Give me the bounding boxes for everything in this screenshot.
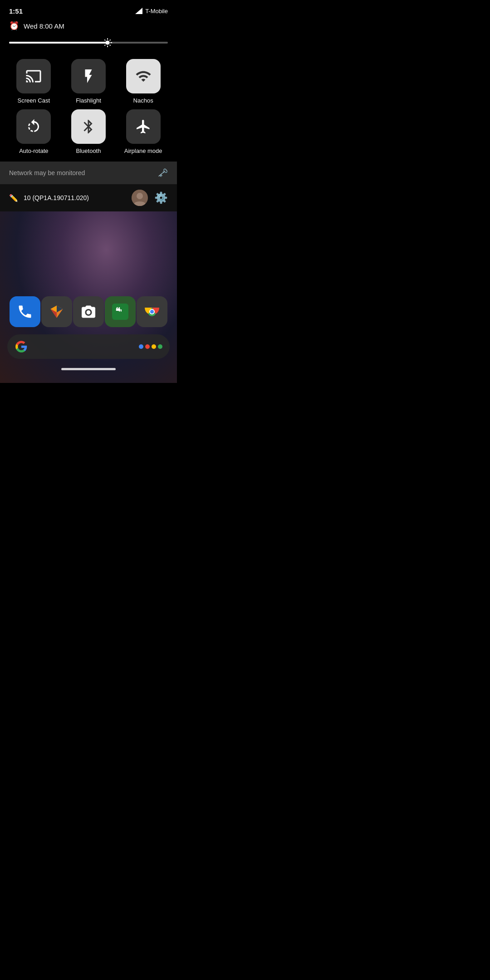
tile-button-nachos[interactable] xyxy=(126,59,161,93)
app-icon-duo[interactable]: " ❝ xyxy=(105,296,136,327)
tile-label-airplane-mode: Airplane mode xyxy=(124,147,162,154)
bottom-bar-actions: ⚙️ xyxy=(132,190,168,206)
settings-icon[interactable]: ⚙️ xyxy=(154,191,168,204)
tile-label-screen-cast: Screen Cast xyxy=(18,97,50,104)
svg-point-13 xyxy=(137,193,143,199)
brightness-row[interactable] xyxy=(0,35,177,55)
bottom-bar: ✏️ 10 (QP1A.190711.020) ⚙️ xyxy=(0,184,177,211)
brightness-track xyxy=(9,42,168,44)
dot-blue xyxy=(139,344,143,349)
app-dock: " ❝ xyxy=(0,296,177,334)
network-monitor-bar[interactable]: Network may be monitored 🗝️ xyxy=(0,162,177,184)
svg-point-10 xyxy=(150,310,154,314)
app-icon-camera[interactable] xyxy=(73,296,104,327)
alarm-time-text: Wed 8:00 AM xyxy=(24,22,64,30)
app-icon-phone[interactable] xyxy=(10,296,40,327)
alarm-icon: ⏰ xyxy=(9,21,19,31)
wifi-icon xyxy=(135,68,152,84)
brightness-slider[interactable] xyxy=(9,37,168,48)
tiles-grid: Screen Cast Flashlight Nachos xyxy=(0,55,177,162)
tile-label-nachos: Nachos xyxy=(133,97,153,104)
tile-button-screen-cast[interactable] xyxy=(16,59,51,93)
brightness-fill xyxy=(9,42,108,44)
brightness-icon xyxy=(103,38,113,48)
signal-icon xyxy=(135,8,142,14)
status-time: 1:51 xyxy=(9,7,23,15)
google-dots xyxy=(139,344,162,349)
nav-pill xyxy=(61,368,116,370)
pencil-icon[interactable]: ✏️ xyxy=(9,194,18,202)
cast-icon xyxy=(25,68,42,84)
quick-settings-panel: 1:51 T-Mobile ⏰ Wed 8:00 AM xyxy=(0,0,177,211)
tile-screen-cast[interactable]: Screen Cast xyxy=(9,59,59,104)
tile-label-auto-rotate: Auto-rotate xyxy=(19,147,48,154)
android-version-text: 10 (QP1A.190711.020) xyxy=(24,194,89,201)
alarm-info: ⏰ Wed 8:00 AM xyxy=(9,21,64,31)
network-monitor-text: Network may be monitored xyxy=(9,169,85,176)
tile-button-auto-rotate[interactable] xyxy=(16,109,51,144)
flashlight-icon xyxy=(80,68,97,84)
tile-label-flashlight: Flashlight xyxy=(76,97,101,104)
tile-airplane-mode[interactable]: Airplane mode xyxy=(118,109,168,154)
google-search-bar[interactable] xyxy=(7,334,170,359)
alarm-row: ⏰ Wed 8:00 AM xyxy=(0,18,177,35)
svg-text:❝: ❝ xyxy=(115,306,120,316)
tile-auto-rotate[interactable]: Auto-rotate xyxy=(9,109,59,154)
airplane-icon xyxy=(135,118,152,135)
tile-button-bluetooth[interactable] xyxy=(71,109,106,144)
app-icon-chrome[interactable] xyxy=(137,296,167,327)
brightness-thumb[interactable] xyxy=(101,36,114,49)
dot-green xyxy=(158,344,162,349)
google-g-logo xyxy=(15,340,28,353)
tile-label-bluetooth: Bluetooth xyxy=(76,147,101,154)
app-icon-maps[interactable] xyxy=(41,296,72,327)
auto-rotate-icon xyxy=(25,118,42,135)
android-version-row: ✏️ 10 (QP1A.190711.020) xyxy=(9,194,89,202)
carrier-name: T-Mobile xyxy=(145,8,168,15)
status-bar: 1:51 T-Mobile xyxy=(0,0,177,18)
tile-button-flashlight[interactable] xyxy=(71,59,106,93)
status-icons: T-Mobile xyxy=(135,8,168,15)
tile-button-airplane-mode[interactable] xyxy=(126,109,161,144)
user-avatar[interactable] xyxy=(132,190,148,206)
bluetooth-icon xyxy=(80,118,97,135)
key-icon: 🗝️ xyxy=(158,168,168,178)
dot-red xyxy=(145,344,150,349)
svg-marker-11 xyxy=(135,8,142,14)
tile-bluetooth[interactable]: Bluetooth xyxy=(64,109,113,154)
dot-yellow xyxy=(152,344,156,349)
tile-flashlight[interactable]: Flashlight xyxy=(64,59,113,104)
tile-nachos[interactable]: Nachos xyxy=(118,59,168,104)
